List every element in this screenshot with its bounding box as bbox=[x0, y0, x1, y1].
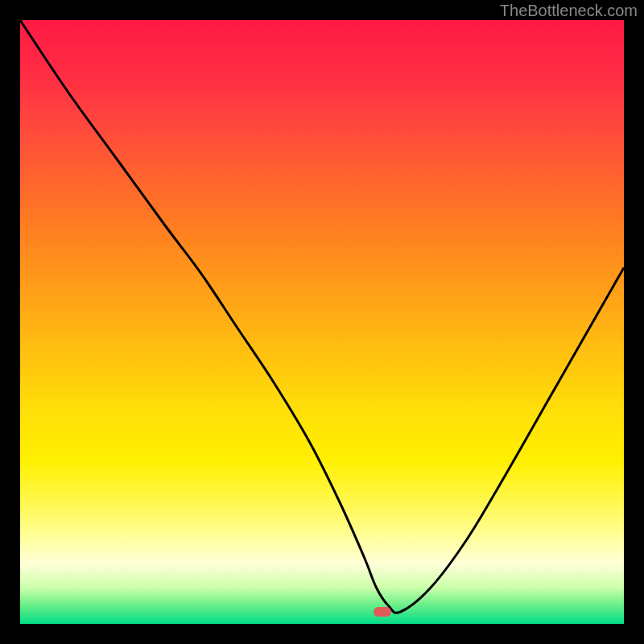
bottleneck-chart bbox=[20, 20, 624, 624]
attribution-label: TheBottleneck.com bbox=[500, 2, 638, 20]
bottleneck-curve bbox=[20, 20, 624, 624]
ideal-point-marker bbox=[374, 607, 391, 617]
